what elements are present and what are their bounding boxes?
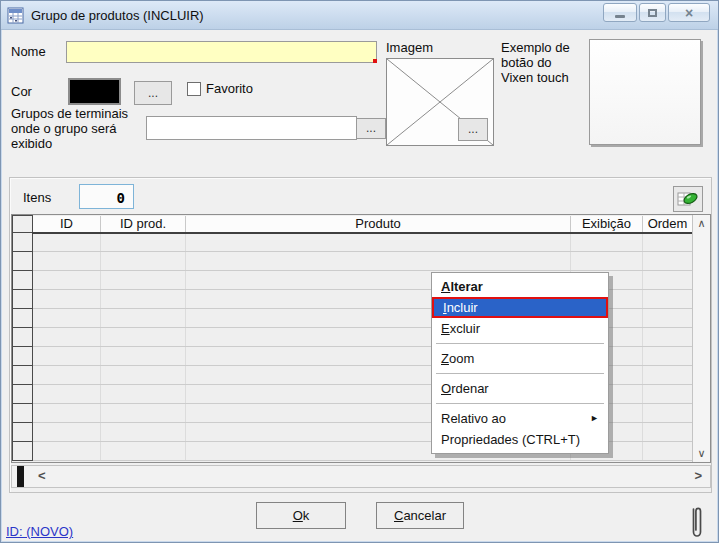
menu-item-incluir[interactable]: Incluir: [432, 297, 608, 318]
imagem-browse-button[interactable]: ...: [458, 118, 488, 141]
table-cell[interactable]: [101, 442, 186, 461]
row-selector-cell[interactable]: [13, 404, 33, 423]
itens-label: Itens: [23, 190, 51, 205]
table-cell[interactable]: [186, 252, 571, 271]
menu-item-ordenar[interactable]: Ordenar: [432, 378, 608, 399]
table-cell[interactable]: [101, 309, 186, 328]
table-cell[interactable]: [33, 290, 101, 309]
grid-column-header[interactable]: Ordem: [643, 216, 693, 233]
window-title: Grupo de produtos (INCLUIR): [31, 8, 204, 23]
cancel-button[interactable]: Cancelar: [376, 502, 464, 529]
table-cell[interactable]: [186, 233, 571, 252]
table-cell[interactable]: [33, 442, 101, 461]
table-cell[interactable]: [643, 252, 693, 271]
row-selector-cell[interactable]: [13, 252, 33, 271]
close-button[interactable]: ×: [668, 3, 710, 22]
table-cell[interactable]: [33, 366, 101, 385]
table-cell[interactable]: [101, 271, 186, 290]
table-cell[interactable]: [33, 423, 101, 442]
menu-item-alterar[interactable]: Alterar: [432, 276, 608, 297]
table-cell[interactable]: [101, 252, 186, 271]
table-cell[interactable]: [33, 271, 101, 290]
table-cell[interactable]: [643, 309, 693, 328]
grid-column-header[interactable]: Exibição: [571, 216, 643, 233]
row-selector-cell[interactable]: [13, 347, 33, 366]
table-cell[interactable]: [643, 290, 693, 309]
table-cell[interactable]: [643, 347, 693, 366]
itens-count-field[interactable]: [79, 184, 134, 209]
grid-column-header[interactable]: ID: [33, 216, 101, 233]
row-selector-cell[interactable]: [13, 328, 33, 347]
table-cell[interactable]: [643, 366, 693, 385]
menu-separator: [432, 369, 608, 378]
table-cell[interactable]: [101, 423, 186, 442]
row-selector-cell[interactable]: [13, 290, 33, 309]
table-cell[interactable]: [33, 252, 101, 271]
cor-browse-button[interactable]: ...: [134, 81, 172, 105]
grid-column-header[interactable]: Produto: [186, 216, 571, 233]
table-cell[interactable]: [33, 233, 101, 252]
table-cell[interactable]: [101, 347, 186, 366]
table-cell[interactable]: [643, 328, 693, 347]
minimize-icon: [615, 15, 625, 18]
scroll-up-icon[interactable]: ∧: [693, 217, 710, 230]
favorito-checkbox[interactable]: [187, 82, 201, 96]
table-row[interactable]: [13, 233, 693, 252]
table-cell[interactable]: [101, 233, 186, 252]
table-cell[interactable]: [33, 347, 101, 366]
menu-item-propriedades-ctrl-t[interactable]: Propriedades (CTRL+T): [432, 429, 608, 450]
scroll-right-icon[interactable]: >: [694, 468, 702, 483]
table-cell[interactable]: [643, 271, 693, 290]
grid-header-row: IDID prod.ProdutoExibiçãoOrdem: [13, 216, 693, 233]
table-cell[interactable]: [643, 385, 693, 404]
horizontal-scrollbar[interactable]: < >: [11, 465, 711, 488]
scroll-down-icon[interactable]: ∨: [693, 447, 710, 460]
table-cell[interactable]: [101, 385, 186, 404]
grid-action-button[interactable]: [673, 186, 703, 212]
row-selector-cell[interactable]: [13, 442, 33, 461]
table-cell[interactable]: [33, 404, 101, 423]
grupos-input[interactable]: [146, 116, 357, 140]
table-cell[interactable]: [33, 309, 101, 328]
menu-item-zoom[interactable]: Zoom: [432, 348, 608, 369]
table-cell[interactable]: [33, 328, 101, 347]
grid-green-gem-icon: [677, 190, 699, 208]
caption-buttons: ×: [603, 3, 710, 22]
menu-item-excluir[interactable]: Excluir: [432, 318, 608, 339]
vertical-scrollbar[interactable]: ∧ ∨: [692, 215, 710, 462]
grupos-label: Grupos de terminais onde o grupo será ex…: [11, 106, 146, 151]
nome-input[interactable]: [66, 41, 377, 63]
hscroll-thumb[interactable]: [17, 466, 24, 487]
ok-button[interactable]: Ok: [256, 502, 346, 529]
table-cell[interactable]: [643, 442, 693, 461]
close-icon: ×: [685, 6, 693, 20]
scroll-left-icon[interactable]: <: [38, 468, 46, 483]
minimize-button[interactable]: [603, 3, 637, 22]
grid-column-header[interactable]: ID prod.: [101, 216, 186, 233]
row-selector-cell[interactable]: [13, 366, 33, 385]
table-cell[interactable]: [643, 423, 693, 442]
row-selector-cell[interactable]: [13, 309, 33, 328]
table-cell[interactable]: [101, 404, 186, 423]
table-row[interactable]: [13, 252, 693, 271]
table-cell[interactable]: [571, 252, 643, 271]
row-selector-cell[interactable]: [13, 423, 33, 442]
table-cell[interactable]: [571, 233, 643, 252]
grupos-browse-button[interactable]: ...: [356, 118, 386, 139]
maximize-button[interactable]: [639, 3, 666, 22]
context-menu: AlterarIncluirExcluirZoomOrdenarRelativo…: [431, 272, 609, 454]
table-cell[interactable]: [643, 404, 693, 423]
table-cell[interactable]: [101, 328, 186, 347]
table-cell[interactable]: [643, 233, 693, 252]
row-selector-cell[interactable]: [13, 233, 33, 252]
row-selector-cell[interactable]: [13, 385, 33, 404]
id-novo-link[interactable]: ID: (NOVO): [6, 524, 73, 539]
table-cell[interactable]: [101, 366, 186, 385]
menu-item-relativo-ao[interactable]: Relativo ao►: [432, 408, 608, 429]
titlebar: Grupo de produtos (INCLUIR) ×: [1, 1, 718, 30]
row-selector-cell[interactable]: [13, 271, 33, 290]
dialog-window: Grupo de produtos (INCLUIR) × Nome Image…: [0, 0, 719, 543]
imagem-label: Imagem: [386, 40, 433, 55]
table-cell[interactable]: [33, 385, 101, 404]
table-cell[interactable]: [101, 290, 186, 309]
